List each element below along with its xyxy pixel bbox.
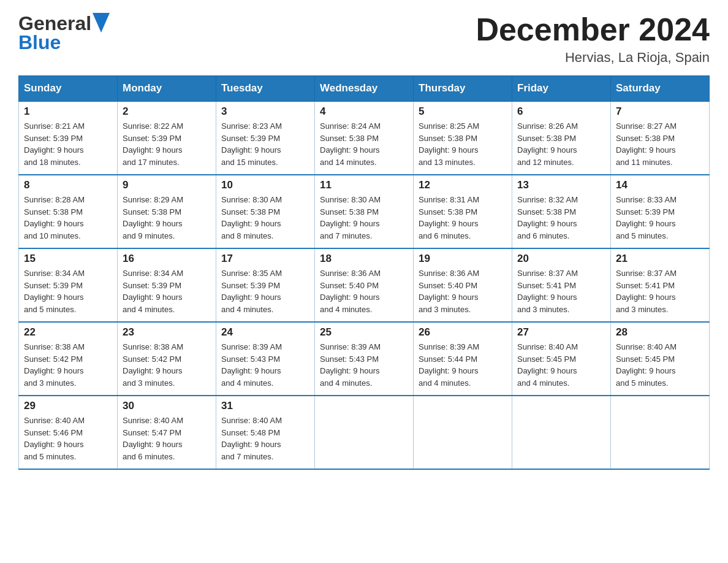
calendar-cell: 3 Sunrise: 8:23 AM Sunset: 5:39 PM Dayli…: [216, 101, 315, 175]
day-info: Sunrise: 8:30 AM Sunset: 5:38 PM Dayligh…: [221, 194, 309, 242]
day-number: 7: [616, 105, 704, 118]
weekday-header-wednesday: Wednesday: [315, 76, 414, 102]
day-number: 23: [123, 326, 211, 339]
calendar-cell: 22 Sunrise: 8:38 AM Sunset: 5:42 PM Dayl…: [19, 322, 118, 396]
day-info: Sunrise: 8:24 AM Sunset: 5:38 PM Dayligh…: [320, 120, 408, 168]
svg-marker-0: [93, 13, 110, 33]
calendar-cell: 18 Sunrise: 8:36 AM Sunset: 5:40 PM Dayl…: [315, 248, 414, 322]
calendar-cell: 14 Sunrise: 8:33 AM Sunset: 5:39 PM Dayl…: [611, 175, 710, 248]
day-number: 31: [221, 400, 309, 412]
calendar-cell: 26 Sunrise: 8:39 AM Sunset: 5:44 PM Dayl…: [414, 322, 512, 396]
calendar-cell: [315, 396, 414, 469]
weekday-header-tuesday: Tuesday: [216, 76, 315, 102]
day-number: 19: [419, 253, 507, 265]
day-number: 16: [123, 253, 211, 265]
calendar-cell: 19 Sunrise: 8:36 AM Sunset: 5:40 PM Dayl…: [414, 248, 512, 322]
day-number: 24: [221, 326, 309, 339]
day-number: 29: [24, 400, 112, 412]
day-info: Sunrise: 8:32 AM Sunset: 5:38 PM Dayligh…: [517, 194, 605, 242]
day-info: Sunrise: 8:22 AM Sunset: 5:39 PM Dayligh…: [123, 120, 211, 168]
day-number: 2: [123, 105, 211, 118]
day-info: Sunrise: 8:26 AM Sunset: 5:38 PM Dayligh…: [517, 120, 605, 168]
calendar-cell: 23 Sunrise: 8:38 AM Sunset: 5:42 PM Dayl…: [118, 322, 216, 396]
calendar-week-3: 15 Sunrise: 8:34 AM Sunset: 5:39 PM Dayl…: [19, 248, 710, 322]
day-number: 8: [24, 179, 112, 191]
calendar-week-5: 29 Sunrise: 8:40 AM Sunset: 5:46 PM Dayl…: [19, 396, 710, 469]
page-header: General Blue December 2024 Hervias, La R…: [18, 12, 710, 66]
calendar-cell: 9 Sunrise: 8:29 AM Sunset: 5:38 PM Dayli…: [118, 175, 216, 248]
day-number: 6: [517, 105, 605, 118]
weekday-header-sunday: Sunday: [19, 76, 118, 102]
day-info: Sunrise: 8:34 AM Sunset: 5:39 PM Dayligh…: [24, 267, 112, 315]
calendar-cell: 7 Sunrise: 8:27 AM Sunset: 5:38 PM Dayli…: [611, 101, 710, 175]
calendar-cell: 21 Sunrise: 8:37 AM Sunset: 5:41 PM Dayl…: [611, 248, 710, 322]
day-number: 11: [320, 179, 408, 191]
calendar-week-2: 8 Sunrise: 8:28 AM Sunset: 5:38 PM Dayli…: [19, 175, 710, 248]
weekday-header-friday: Friday: [512, 76, 611, 102]
calendar-cell: 29 Sunrise: 8:40 AM Sunset: 5:46 PM Dayl…: [19, 396, 118, 469]
calendar-cell: 11 Sunrise: 8:30 AM Sunset: 5:38 PM Dayl…: [315, 175, 414, 248]
day-info: Sunrise: 8:35 AM Sunset: 5:39 PM Dayligh…: [221, 267, 309, 315]
day-number: 5: [419, 105, 507, 118]
day-info: Sunrise: 8:30 AM Sunset: 5:38 PM Dayligh…: [320, 194, 408, 242]
day-info: Sunrise: 8:21 AM Sunset: 5:39 PM Dayligh…: [24, 120, 112, 168]
day-info: Sunrise: 8:39 AM Sunset: 5:43 PM Dayligh…: [320, 341, 408, 389]
calendar-cell: 10 Sunrise: 8:30 AM Sunset: 5:38 PM Dayl…: [216, 175, 315, 248]
day-info: Sunrise: 8:28 AM Sunset: 5:38 PM Dayligh…: [24, 194, 112, 242]
calendar-cell: 1 Sunrise: 8:21 AM Sunset: 5:39 PM Dayli…: [19, 101, 118, 175]
calendar-cell: 5 Sunrise: 8:25 AM Sunset: 5:38 PM Dayli…: [414, 101, 512, 175]
day-number: 26: [419, 326, 507, 339]
calendar-week-1: 1 Sunrise: 8:21 AM Sunset: 5:39 PM Dayli…: [19, 101, 710, 175]
day-number: 15: [24, 253, 112, 265]
day-info: Sunrise: 8:29 AM Sunset: 5:38 PM Dayligh…: [123, 194, 211, 242]
weekday-header-saturday: Saturday: [611, 76, 710, 102]
day-number: 9: [123, 179, 211, 191]
day-info: Sunrise: 8:38 AM Sunset: 5:42 PM Dayligh…: [24, 341, 112, 389]
calendar-cell: 13 Sunrise: 8:32 AM Sunset: 5:38 PM Dayl…: [512, 175, 611, 248]
day-info: Sunrise: 8:40 AM Sunset: 5:46 PM Dayligh…: [24, 415, 112, 462]
calendar-cell: 24 Sunrise: 8:39 AM Sunset: 5:43 PM Dayl…: [216, 322, 315, 396]
day-info: Sunrise: 8:39 AM Sunset: 5:43 PM Dayligh…: [221, 341, 309, 389]
day-number: 3: [221, 105, 309, 118]
title-section: December 2024 Hervias, La Rioja, Spain: [476, 12, 710, 66]
day-info: Sunrise: 8:31 AM Sunset: 5:38 PM Dayligh…: [419, 194, 507, 242]
month-title: December 2024: [476, 12, 710, 47]
calendar-cell: 25 Sunrise: 8:39 AM Sunset: 5:43 PM Dayl…: [315, 322, 414, 396]
calendar-cell: 16 Sunrise: 8:34 AM Sunset: 5:39 PM Dayl…: [118, 248, 216, 322]
day-info: Sunrise: 8:36 AM Sunset: 5:40 PM Dayligh…: [320, 267, 408, 315]
day-info: Sunrise: 8:37 AM Sunset: 5:41 PM Dayligh…: [616, 267, 704, 315]
calendar-cell: 2 Sunrise: 8:22 AM Sunset: 5:39 PM Dayli…: [118, 101, 216, 175]
day-number: 13: [517, 179, 605, 191]
logo-triangle-icon: [93, 13, 110, 33]
calendar-cell: 27 Sunrise: 8:40 AM Sunset: 5:45 PM Dayl…: [512, 322, 611, 396]
day-info: Sunrise: 8:36 AM Sunset: 5:40 PM Dayligh…: [419, 267, 507, 315]
weekday-header-monday: Monday: [118, 76, 216, 102]
day-info: Sunrise: 8:37 AM Sunset: 5:41 PM Dayligh…: [517, 267, 605, 315]
calendar-cell: [414, 396, 512, 469]
day-number: 21: [616, 253, 704, 265]
calendar-cell: 4 Sunrise: 8:24 AM Sunset: 5:38 PM Dayli…: [315, 101, 414, 175]
day-info: Sunrise: 8:39 AM Sunset: 5:44 PM Dayligh…: [419, 341, 507, 389]
day-number: 10: [221, 179, 309, 191]
weekday-header-row: SundayMondayTuesdayWednesdayThursdayFrid…: [19, 76, 710, 102]
day-number: 1: [24, 105, 112, 118]
day-info: Sunrise: 8:40 AM Sunset: 5:48 PM Dayligh…: [221, 415, 309, 462]
day-number: 30: [123, 400, 211, 412]
day-number: 25: [320, 326, 408, 339]
day-info: Sunrise: 8:40 AM Sunset: 5:45 PM Dayligh…: [616, 341, 704, 389]
day-info: Sunrise: 8:40 AM Sunset: 5:47 PM Dayligh…: [123, 415, 211, 462]
day-info: Sunrise: 8:33 AM Sunset: 5:39 PM Dayligh…: [616, 194, 704, 242]
location-title: Hervias, La Rioja, Spain: [476, 50, 710, 66]
logo: General Blue: [18, 12, 110, 54]
calendar-cell: 31 Sunrise: 8:40 AM Sunset: 5:48 PM Dayl…: [216, 396, 315, 469]
calendar-table: SundayMondayTuesdayWednesdayThursdayFrid…: [18, 75, 710, 470]
day-number: 22: [24, 326, 112, 339]
day-info: Sunrise: 8:27 AM Sunset: 5:38 PM Dayligh…: [616, 120, 704, 168]
day-number: 12: [419, 179, 507, 191]
calendar-cell: [611, 396, 710, 469]
calendar-cell: [512, 396, 611, 469]
day-info: Sunrise: 8:38 AM Sunset: 5:42 PM Dayligh…: [123, 341, 211, 389]
day-info: Sunrise: 8:25 AM Sunset: 5:38 PM Dayligh…: [419, 120, 507, 168]
day-number: 4: [320, 105, 408, 118]
day-number: 17: [221, 253, 309, 265]
